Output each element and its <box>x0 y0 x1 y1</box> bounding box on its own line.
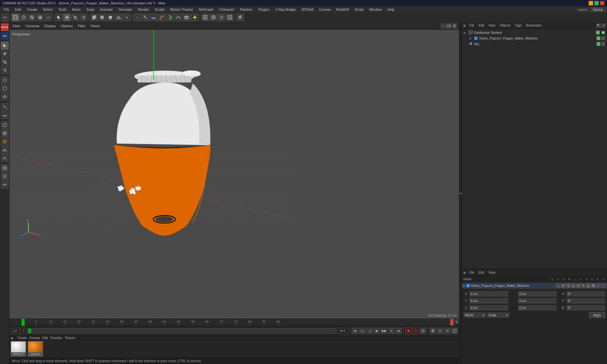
am-icon-m[interactable] <box>571 283 575 288</box>
undo-button[interactable]: ↩ <box>1 14 9 21</box>
om-menu-view[interactable]: View <box>487 23 497 28</box>
vp-menu-options[interactable]: Options <box>59 23 74 28</box>
tool-spline[interactable] <box>1 146 9 154</box>
vp-menu-view[interactable]: View <box>11 23 21 28</box>
y-rot-field[interactable]: 0 cm <box>518 298 557 303</box>
mat-menu-edit[interactable]: Edit <box>42 336 48 340</box>
am-icon-l[interactable] <box>576 283 580 288</box>
om-settings-icon[interactable]: ⚙ <box>601 23 606 28</box>
z-pos-field[interactable]: 0 cm <box>469 305 508 310</box>
mat-menu-create[interactable]: Create <box>17 336 27 340</box>
menu-file[interactable]: File <box>1 7 12 12</box>
om-menu-file[interactable]: File <box>468 23 475 28</box>
vp-expand-button[interactable]: ↔ <box>441 23 446 28</box>
layout-selector[interactable]: Startup <box>590 7 606 12</box>
bend-button[interactable] <box>166 14 174 21</box>
camera-button[interactable] <box>183 14 190 21</box>
paint-button[interactable] <box>158 14 166 21</box>
menu-mesh[interactable]: Mesh <box>70 7 83 12</box>
next-keyframe-button[interactable]: ↺ <box>388 328 395 334</box>
am-icon-a[interactable] <box>581 283 586 288</box>
om-search-icon[interactable]: 🔍 <box>596 23 601 28</box>
move-tool-button[interactable] <box>63 14 71 21</box>
om-visibility-icon-2[interactable]: ✓ <box>597 36 600 40</box>
rotate-tool-button[interactable] <box>80 14 87 21</box>
plane-button[interactable] <box>115 14 122 21</box>
om-item-sky[interactable]: Sky ✓ <box>463 41 606 47</box>
am-selected-object-row[interactable]: ▶ Home_Popcorn_Popper_Maker_Machine S <box>462 282 607 289</box>
scale-dropdown[interactable]: Scale ▼ <box>487 312 509 318</box>
goto-start-button[interactable]: ⏮ <box>352 328 358 334</box>
tool-smooth[interactable] <box>1 181 9 188</box>
play-button[interactable]: ▶ <box>374 328 380 334</box>
menu-plugins[interactable]: Plugins <box>255 7 272 12</box>
close-button[interactable]: ✕ <box>600 1 604 5</box>
menu-select[interactable]: Select <box>40 7 55 12</box>
am-icon-v[interactable] <box>561 283 565 288</box>
prev-keyframe-button[interactable]: ◁◁ <box>359 328 365 334</box>
menu-animate[interactable]: Animate <box>98 7 115 12</box>
tool-paint[interactable] <box>1 130 9 137</box>
tool-grid[interactable] <box>1 164 9 172</box>
menu-3dtall[interactable]: 3DToAll <box>299 7 316 12</box>
add-keyframe-button[interactable] <box>420 328 426 334</box>
play-reverse-button[interactable]: ▶▶ <box>381 328 387 334</box>
timeline-scrubber[interactable] <box>28 328 336 333</box>
om-lock-icon[interactable] <box>601 36 605 40</box>
frame-step-field[interactable]: 1 <box>21 328 27 334</box>
x-pos-field[interactable]: 0 cm <box>469 291 508 296</box>
object-mode-button[interactable] <box>12 14 19 21</box>
menu-help[interactable]: Help <box>385 7 397 12</box>
z-rot-field[interactable]: 0 cm <box>518 305 557 310</box>
x-rot-field[interactable]: 0 cm <box>518 291 557 296</box>
vp-menu-panel[interactable]: Panel <box>89 23 101 28</box>
am-icon-g[interactable] <box>586 283 591 288</box>
vp-lock-button[interactable] <box>452 23 457 28</box>
tool-select[interactable] <box>1 42 9 49</box>
end-frame-field[interactable]: 90 F <box>337 328 348 334</box>
menu-pipeline[interactable]: Pipeline <box>237 7 255 12</box>
menu-motion-tracker[interactable]: Motion Tracker <box>168 7 196 12</box>
menu-tools[interactable]: Tools <box>56 7 69 12</box>
scale-tool-button[interactable] <box>71 14 79 21</box>
timeline-ruler[interactable]: 0 5 10 15 20 25 30 35 40 <box>9 319 459 326</box>
magnet-button[interactable] <box>150 14 157 21</box>
tool-sculpt-grab[interactable] <box>1 138 9 145</box>
viewport-cube-button[interactable] <box>236 14 244 21</box>
polygon-mode-button[interactable] <box>36 14 44 21</box>
om-item-popcorn-machine[interactable]: ▶ Home_Popcorn_Popper_Maker_Machine ✓ <box>463 35 606 41</box>
add-button[interactable]: + <box>123 14 131 21</box>
edge-mode-button[interactable] <box>28 14 36 21</box>
menu-sculpt[interactable]: Sculpt <box>152 7 167 12</box>
b-field[interactable]: 0° <box>567 305 605 310</box>
minimize-button[interactable]: — <box>589 1 593 5</box>
menu-window[interactable]: Window <box>367 7 384 12</box>
viewport-3d[interactable]: X Y Z Perspective Grid Spacing: 10 cm <box>9 30 459 318</box>
om-menu-edit[interactable]: Edit <box>477 23 485 28</box>
vp-menu-filter[interactable]: Filter <box>77 23 87 28</box>
render-queue-button[interactable] <box>226 14 234 21</box>
om-visibility-icon[interactable]: ✓ <box>596 31 600 34</box>
menu-redshift[interactable]: Redshift <box>334 7 351 12</box>
menu-simulate[interactable]: Simulate <box>116 7 135 12</box>
menu-snap[interactable]: Snap <box>84 7 97 12</box>
tool-scale[interactable] <box>1 58 9 66</box>
record-button[interactable] <box>405 328 412 334</box>
menu-corona[interactable]: Corona <box>316 7 333 12</box>
vp-camera-button[interactable] <box>446 23 451 28</box>
spline-button[interactable] <box>175 14 182 21</box>
am-menu-edit[interactable]: Edit <box>477 270 485 275</box>
menu-vray[interactable]: V-Ray Bridge <box>273 7 298 12</box>
cylinder-button[interactable] <box>107 14 114 21</box>
am-icon-x[interactable]: ✕ <box>601 283 606 288</box>
am-menu-file[interactable]: File <box>468 270 475 275</box>
goto-end-button[interactable]: ⏭ <box>395 328 402 334</box>
timeline-list-button[interactable] <box>451 328 458 334</box>
p-field[interactable]: 0° <box>567 298 605 303</box>
right-panel-collapse[interactable]: ◀ <box>459 22 462 364</box>
om-menu-objects[interactable]: Objects <box>499 23 512 28</box>
am-icon-e[interactable]: K <box>596 283 601 288</box>
tool-subdivide[interactable] <box>1 173 9 180</box>
knife-button[interactable] <box>142 14 149 21</box>
point-mode-button[interactable] <box>20 14 28 21</box>
